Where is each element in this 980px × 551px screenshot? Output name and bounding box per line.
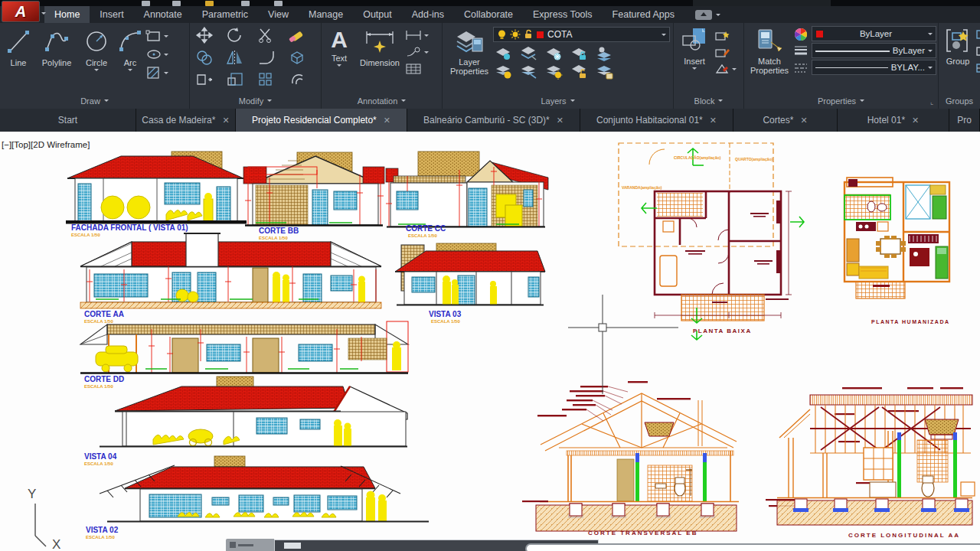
file-tab-casa-de-madeira[interactable]: Casa de Madeira* bbox=[136, 109, 236, 132]
file-tab-balneario[interactable]: Balneário Camburiú - SC (3D)* bbox=[407, 109, 580, 132]
trim-icon[interactable] bbox=[256, 26, 276, 44]
tab-output[interactable]: Output bbox=[353, 6, 402, 23]
panel-label-draw[interactable]: Draw bbox=[0, 93, 189, 109]
rotate-icon[interactable] bbox=[225, 26, 245, 44]
tab-express-tools[interactable]: Express Tools bbox=[523, 6, 603, 23]
close-icon[interactable] bbox=[384, 116, 390, 126]
tab-manage[interactable]: Manage bbox=[299, 6, 353, 23]
file-tab-cortes[interactable]: Cortes* bbox=[733, 109, 838, 132]
autocad-logo[interactable]: A bbox=[2, 1, 40, 22]
table-tool[interactable] bbox=[404, 62, 429, 76]
file-tab-conjunto[interactable]: Conjunto Habitacional 01* bbox=[580, 109, 733, 132]
leader-tool[interactable] bbox=[404, 45, 429, 59]
explode-icon[interactable] bbox=[287, 48, 307, 67]
new-file-icon[interactable] bbox=[142, 1, 150, 6]
fillet-icon[interactable] bbox=[256, 48, 276, 67]
layer-dropdown[interactable]: COTA bbox=[493, 27, 670, 42]
line-tool[interactable]: Line bbox=[2, 25, 35, 67]
layer-freeze-tool[interactable] bbox=[545, 46, 564, 61]
drawing-canvas[interactable]: [−][Top][2D Wireframe] FACHADA FRONTAL (… bbox=[0, 132, 980, 551]
mirror-icon[interactable] bbox=[225, 48, 245, 67]
camera-icon bbox=[695, 10, 712, 20]
close-icon[interactable] bbox=[222, 116, 229, 126]
create-block-tool[interactable] bbox=[714, 28, 737, 42]
cad-drawing bbox=[0, 132, 980, 551]
close-icon[interactable] bbox=[800, 116, 807, 126]
text-tool[interactable]: A Text bbox=[323, 25, 355, 67]
edit-block-tool[interactable] bbox=[714, 45, 737, 59]
close-icon[interactable] bbox=[710, 116, 717, 126]
layer-isolate-off-tool[interactable] bbox=[545, 64, 564, 80]
file-tab-start[interactable]: Start bbox=[0, 109, 136, 132]
layer-match-tool[interactable] bbox=[596, 46, 614, 61]
group-selection-icon[interactable] bbox=[975, 62, 980, 74]
layer-off-tool[interactable] bbox=[495, 46, 513, 61]
array-icon[interactable] bbox=[256, 70, 276, 89]
view-vista-02 bbox=[100, 456, 429, 522]
hatch-tool[interactable] bbox=[145, 65, 168, 80]
layer-isolate-tool[interactable] bbox=[520, 46, 538, 61]
arc-tool[interactable]: Arc bbox=[115, 25, 145, 71]
undo-icon[interactable] bbox=[274, 1, 283, 6]
scale-icon[interactable] bbox=[225, 70, 245, 89]
tab-featured-apps[interactable]: Featured Apps bbox=[603, 6, 684, 23]
tab-annotate[interactable]: Annotate bbox=[134, 6, 192, 23]
tab-collaborate[interactable]: Collaborate bbox=[454, 6, 523, 23]
offset-icon[interactable] bbox=[287, 70, 307, 89]
rectangle-tool[interactable] bbox=[145, 28, 168, 44]
insert-tool[interactable]: Insert bbox=[675, 25, 714, 70]
lineweight-dropdown[interactable]: ByLayer bbox=[812, 43, 936, 58]
object-color-dropdown[interactable]: ByLayer bbox=[812, 26, 936, 41]
layer-unlock-icon bbox=[524, 29, 533, 40]
panel-layers: Layer Properties COTA bbox=[443, 23, 674, 109]
ungroup-icon[interactable] bbox=[975, 28, 980, 41]
panel-label-layers[interactable]: Layers bbox=[443, 93, 673, 109]
group-tool[interactable]: Group bbox=[940, 25, 975, 66]
tab-insert[interactable]: Insert bbox=[90, 6, 133, 23]
command-bar-grip[interactable] bbox=[226, 539, 274, 551]
layer-unlock-tool[interactable] bbox=[570, 64, 589, 80]
tab-view[interactable]: View bbox=[258, 6, 299, 23]
tab-parametric[interactable]: Parametric bbox=[192, 6, 258, 23]
close-icon[interactable] bbox=[557, 116, 564, 126]
dimension-tool[interactable]: Dimension bbox=[355, 25, 404, 67]
circle-icon bbox=[83, 27, 110, 57]
ellipse-tool[interactable] bbox=[145, 47, 168, 62]
layer-properties-button[interactable]: Layer Properties bbox=[446, 26, 493, 76]
insert-icon bbox=[679, 27, 710, 56]
tab-addins[interactable]: Add-ins bbox=[402, 6, 454, 23]
layer-merge-tool[interactable] bbox=[596, 64, 614, 80]
stretch-icon[interactable] bbox=[194, 70, 214, 89]
tab-home[interactable]: Home bbox=[44, 6, 90, 23]
panel-label-properties[interactable]: Properties⌞ bbox=[744, 93, 938, 109]
panel-label-groups[interactable]: Groups bbox=[939, 93, 980, 109]
layer-previous-tool[interactable] bbox=[520, 64, 538, 80]
viewport-controls[interactable]: [−][Top][2D Wireframe] bbox=[2, 140, 90, 149]
file-tab-pro[interactable]: Pro bbox=[949, 109, 980, 132]
close-icon[interactable] bbox=[912, 116, 919, 126]
save-file-icon[interactable] bbox=[205, 1, 214, 6]
share-button[interactable] bbox=[695, 6, 720, 23]
file-tab-projeto-residencial[interactable]: Projeto Residencial Completo* bbox=[236, 109, 407, 132]
group-edit-icon[interactable] bbox=[975, 45, 980, 57]
ucs-y-label: Y bbox=[28, 487, 36, 502]
edit-attributes-tool[interactable] bbox=[714, 62, 737, 76]
crosshair-cursor bbox=[568, 295, 678, 394]
linetype-dropdown[interactable]: BYLAY... bbox=[812, 60, 936, 75]
linear-dim-tool[interactable] bbox=[404, 28, 429, 42]
match-properties-button[interactable]: Match Properties bbox=[746, 25, 793, 75]
copy-icon[interactable] bbox=[194, 48, 214, 67]
panel-label-modify[interactable]: Modify bbox=[190, 93, 321, 109]
polyline-tool[interactable]: Polyline bbox=[35, 25, 78, 67]
dialog-launcher-icon[interactable]: ⌞ bbox=[930, 98, 933, 106]
layer-make-current-tool[interactable] bbox=[495, 64, 513, 80]
erase-icon[interactable] bbox=[287, 26, 307, 44]
move-icon[interactable] bbox=[194, 26, 214, 44]
panel-label-block[interactable]: Block bbox=[674, 93, 743, 109]
layer-lock-tool[interactable] bbox=[570, 46, 589, 61]
file-tab-hotel[interactable]: Hotel 01* bbox=[838, 109, 949, 132]
panel-label-annotation[interactable]: Annotation bbox=[322, 93, 442, 109]
plot-icon[interactable] bbox=[241, 1, 250, 6]
circle-tool[interactable]: Circle bbox=[78, 25, 115, 71]
open-file-icon[interactable] bbox=[172, 1, 181, 6]
